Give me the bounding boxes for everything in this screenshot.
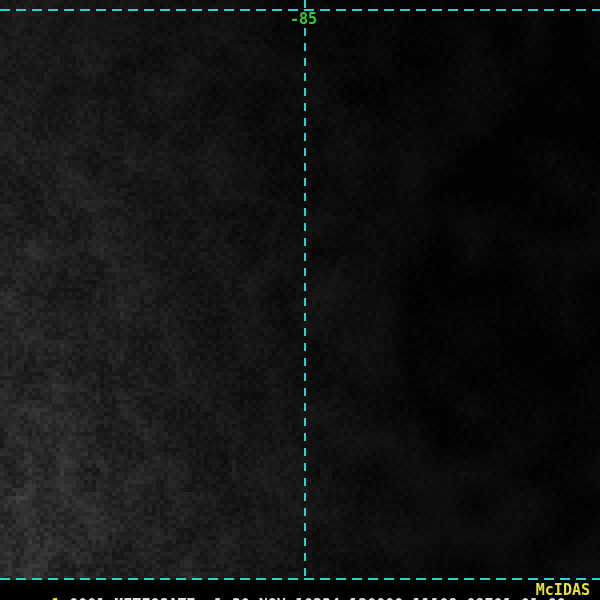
status-bar: 10001 METEOSAT7 1 30 NOV 10334 120000 11… (0, 583, 600, 600)
satellite-image (0, 0, 600, 600)
mcidas-brand: McIDAS (536, 583, 590, 598)
mcidas-window: -85 10001 METEOSAT7 1 30 NOV 10334 12000… (0, 0, 600, 600)
longitude-label: -85 (290, 13, 317, 26)
